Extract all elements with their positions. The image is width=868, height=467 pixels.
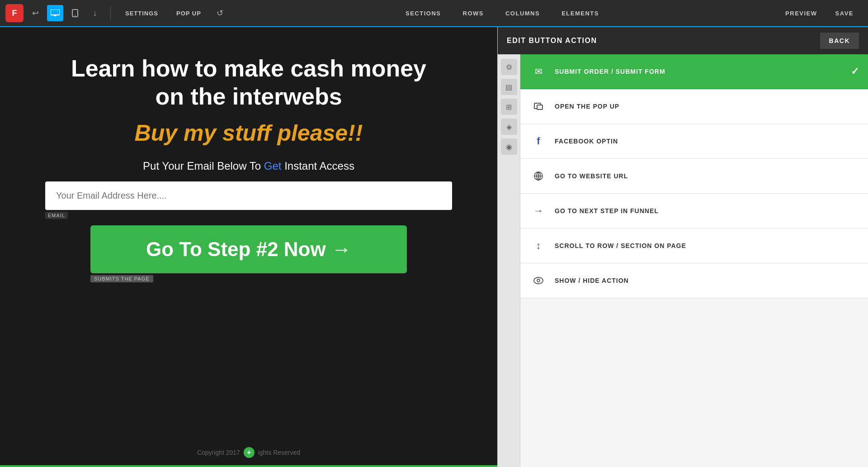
submit-order-label: SUBMIT ORDER / SUBMIT FORM	[555, 68, 844, 75]
nav-rows[interactable]: ROWS	[452, 6, 495, 20]
email-field-container: EMAIL	[45, 181, 452, 210]
tablet-view-button[interactable]	[67, 5, 83, 21]
toolbar-nav: SECTIONS ROWS COLUMNS ELEMENTS	[234, 6, 771, 20]
svg-rect-5	[537, 105, 542, 110]
submit-order-icon: ✉	[529, 62, 547, 81]
email-input[interactable]	[45, 181, 452, 210]
headline: Learn how to make cash money on the inte…	[71, 54, 426, 111]
svg-point-11	[537, 279, 540, 282]
svg-rect-1	[54, 15, 57, 16]
go-to-url-icon	[529, 167, 547, 185]
panel-icon-3[interactable]: ⊞	[501, 99, 517, 115]
divider-1	[110, 6, 111, 20]
action-item-scroll-to-row[interactable]: ↕ SCROLL TO ROW / SECTION ON PAGE	[520, 229, 868, 263]
description: Put Your Email Below To Get Instant Acce…	[143, 160, 354, 172]
canvas-bottom-bar	[0, 465, 497, 467]
action-item-show-hide[interactable]: SHOW / HIDE ACTION	[520, 263, 868, 298]
right-panel: EDIT BUTTON ACTION BACK ⚙ ▤ ⊞ ◈ ◉ ✉ SUBM…	[497, 27, 868, 467]
submits-label: SUBMITS THE PAGE	[90, 275, 153, 282]
go-to-url-label: GO TO WEBSITE URL	[555, 172, 859, 180]
facebook-optin-label: FACEBOOK OPTIN	[555, 138, 859, 145]
settings-button[interactable]: SETTINGS	[118, 6, 165, 20]
nav-sections[interactable]: SECTIONS	[395, 6, 452, 20]
svg-point-3	[75, 15, 75, 16]
panel-icon-4[interactable]: ◈	[501, 119, 517, 135]
action-item-submit-order[interactable]: ✉ SUBMIT ORDER / SUBMIT FORM ✓	[520, 54, 868, 89]
preview-button[interactable]: PREVIEW	[778, 6, 824, 20]
refresh-button[interactable]: ↺	[212, 5, 228, 21]
desktop-view-button[interactable]	[47, 5, 63, 21]
facebook-optin-icon: f	[529, 132, 547, 150]
panel-inner: ⚙ ▤ ⊞ ◈ ◉ ✉ SUBMIT ORDER / SUBMIT FORM ✓…	[498, 54, 868, 467]
nav-columns[interactable]: COLUMNS	[495, 6, 551, 20]
scroll-to-row-icon: ↕	[529, 237, 547, 255]
submit-order-check: ✓	[851, 66, 859, 77]
app-logo: F	[5, 4, 24, 22]
open-popup-label: OPEN THE POP UP	[555, 103, 859, 110]
subheadline: Buy my stuff please!!	[135, 120, 363, 146]
save-button[interactable]: SAVE	[828, 6, 861, 20]
cta-button-container: Go To Step #2 Now → SUBMITS THE PAGE	[90, 225, 407, 273]
open-popup-icon	[529, 97, 547, 115]
popup-button[interactable]: POP UP	[169, 6, 208, 20]
canvas: Learn how to make cash money on the inte…	[0, 27, 497, 467]
show-hide-icon	[529, 272, 547, 290]
panel-icon-5[interactable]: ◉	[501, 138, 517, 155]
panel-gear-icon[interactable]: ⚙	[501, 59, 517, 75]
main-layout: Learn how to make cash money on the inte…	[0, 27, 868, 467]
copyright: Copyright 2017 + ights Reserved	[197, 447, 300, 458]
toolbar-left: F ↩ ↓ SETTINGS POP UP ↺	[0, 4, 234, 22]
action-item-go-to-next-step[interactable]: → GO TO NEXT STEP IN FUNNEL	[520, 194, 868, 229]
cta-button[interactable]: Go To Step #2 Now →	[90, 225, 407, 273]
download-button[interactable]: ↓	[87, 5, 103, 21]
back-button[interactable]: BACK	[820, 33, 859, 49]
panel-icon-2[interactable]: ▤	[501, 79, 517, 95]
panel-header: EDIT BUTTON ACTION BACK	[498, 27, 868, 54]
action-item-open-popup[interactable]: OPEN THE POP UP	[520, 89, 868, 124]
nav-elements[interactable]: ELEMENTS	[551, 6, 610, 20]
action-item-go-to-url[interactable]: GO TO WEBSITE URL	[520, 159, 868, 194]
svg-rect-0	[51, 10, 60, 15]
go-to-next-step-label: GO TO NEXT STEP IN FUNNEL	[555, 207, 859, 214]
toolbar-right: PREVIEW SAVE	[771, 6, 868, 20]
action-list: ✉ SUBMIT ORDER / SUBMIT FORM ✓ OPEN THE …	[520, 54, 868, 467]
scroll-to-row-label: SCROLL TO ROW / SECTION ON PAGE	[555, 242, 859, 249]
plus-icon[interactable]: +	[244, 447, 255, 458]
toolbar: F ↩ ↓ SETTINGS POP UP ↺ SECTIONS ROWS CO…	[0, 0, 868, 27]
svg-point-10	[534, 277, 543, 284]
go-to-next-step-icon: →	[529, 202, 547, 220]
email-label: EMAIL	[45, 212, 68, 219]
action-item-facebook-optin[interactable]: f FACEBOOK OPTIN	[520, 124, 868, 159]
canvas-content: Learn how to make cash money on the inte…	[0, 27, 497, 300]
panel-title: EDIT BUTTON ACTION	[507, 37, 820, 45]
undo-button[interactable]: ↩	[27, 5, 43, 21]
show-hide-label: SHOW / HIDE ACTION	[555, 277, 859, 284]
panel-icons-strip: ⚙ ▤ ⊞ ◈ ◉	[498, 54, 520, 467]
